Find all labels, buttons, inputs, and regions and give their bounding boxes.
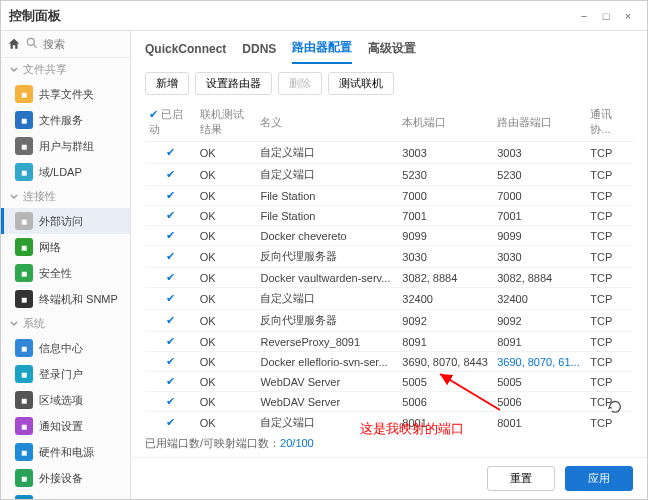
sidebar-item-icon: ■ [15,212,33,230]
tabs: QuickConnectDDNS路由器配置高级设置 [131,31,647,64]
sidebar-item-label: 硬件和电源 [39,445,94,460]
sidebar-item-label: 区域选项 [39,393,83,408]
home-icon[interactable] [7,35,21,53]
cell-name: 自定义端口 [256,164,398,186]
cell-localport: 8091 [398,332,493,352]
cell-name: 自定义端口 [256,142,398,164]
sidebar-item-label: 外接设备 [39,471,83,486]
sidebar-item[interactable]: ■区域选项 [1,387,130,413]
sidebar-item[interactable]: ■通知设置 [1,413,130,439]
sidebar-item[interactable]: ■共享文件夹 [1,81,130,107]
sidebar-item-icon: ■ [15,290,33,308]
cell-name: WebDAV Server [256,372,398,392]
col-routerport[interactable]: 路由器端口 [493,103,586,142]
search-row [1,31,130,58]
window-title: 控制面板 [9,7,61,25]
sidebar-group[interactable]: 文件共享 [1,58,130,81]
search-icon [25,36,39,52]
sidebar-item-icon: ■ [15,137,33,155]
sidebar-item[interactable]: ■外部访问 [1,208,130,234]
sidebar-item-icon: ■ [15,264,33,282]
table-row[interactable]: ✔OKDocker vaultwarden-serv...3082, 88843… [145,268,633,288]
close-icon[interactable]: × [617,5,639,27]
table-row[interactable]: ✔OK自定义端口3240032400TCP [145,288,633,310]
cell-protocol: TCP [586,288,633,310]
cell-protocol: TCP [586,226,633,246]
col-enabled[interactable]: ✔ 已启动 [145,103,196,142]
table-row[interactable]: ✔OKFile Station70007000TCP [145,186,633,206]
svg-point-0 [27,38,34,45]
sidebar-item-label: 通知设置 [39,419,83,434]
tab[interactable]: QuickConnect [145,42,226,62]
sidebar-item-icon: ■ [15,111,33,129]
delete-button: 删除 [278,72,322,95]
cell-protocol: TCP [586,310,633,332]
svg-line-1 [34,45,37,48]
new-button[interactable]: 新增 [145,72,189,95]
sidebar-item[interactable]: ■安全性 [1,260,130,286]
cell-status: OK [196,310,257,332]
check-icon: ✔ [166,416,175,428]
sidebar-item[interactable]: ■外接设备 [1,465,130,491]
sidebar-item[interactable]: ■硬件和电源 [1,439,130,465]
cell-name: File Station [256,206,398,226]
cell-name: 反向代理服务器 [256,310,398,332]
col-status[interactable]: 联机测试结果 [196,103,257,142]
sidebar-item[interactable]: ■信息中心 [1,335,130,361]
table-row[interactable]: ✔OK自定义端口30033003TCP [145,142,633,164]
table-row[interactable]: ✔OKWebDAV Server50055005TCP [145,372,633,392]
sidebar-item[interactable]: ■更新和还原 [1,491,130,499]
sidebar-item-label: 网络 [39,240,61,255]
cell-routerport: 9092 [493,310,586,332]
tab[interactable]: 路由器配置 [292,39,352,64]
tab[interactable]: DDNS [242,42,276,62]
rules-table-wrap[interactable]: ✔ 已启动 联机测试结果 名义 本机端口 路由器端口 通讯协... ✔OK自定义… [131,103,647,430]
cell-localport: 3082, 8884 [398,268,493,288]
apply-button[interactable]: 应用 [565,466,633,491]
sidebar-item-icon: ■ [15,417,33,435]
cell-routerport: 9099 [493,226,586,246]
table-row[interactable]: ✔OK自定义端口52305230TCP [145,164,633,186]
tab[interactable]: 高级设置 [368,40,416,63]
sidebar-item[interactable]: ■域/LDAP [1,159,130,185]
sidebar-item[interactable]: ■终端机和 SNMP [1,286,130,312]
cell-status: OK [196,352,257,372]
sidebar-group[interactable]: 连接性 [1,185,130,208]
table-row[interactable]: ✔OKDocker chevereto90999099TCP [145,226,633,246]
reset-button[interactable]: 重置 [487,466,555,491]
cell-localport: 32400 [398,288,493,310]
sidebar-item-icon: ■ [15,85,33,103]
col-name[interactable]: 名义 [256,103,398,142]
sidebar-group[interactable]: 系统 [1,312,130,335]
check-icon: ✔ [166,355,175,367]
sidebar-item[interactable]: ■登录门户 [1,361,130,387]
maximize-icon[interactable]: □ [595,5,617,27]
cell-localport: 5230 [398,164,493,186]
sidebar-item-icon: ■ [15,163,33,181]
sidebar-item[interactable]: ■网络 [1,234,130,260]
cell-name: Docker elleflorio-svn-ser... [256,352,398,372]
table-row[interactable]: ✔OKReverseProxy_809180918091TCP [145,332,633,352]
cell-routerport: 7001 [493,206,586,226]
check-icon: ✔ [166,335,175,347]
cell-localport: 7001 [398,206,493,226]
test-connect-button[interactable]: 测试联机 [328,72,394,95]
table-row[interactable]: ✔OKDocker elleflorio-svn-ser...3690, 807… [145,352,633,372]
col-protocol[interactable]: 通讯协... [586,103,633,142]
minimize-icon[interactable]: − [573,5,595,27]
cell-localport: 9099 [398,226,493,246]
col-localport[interactable]: 本机端口 [398,103,493,142]
sidebar-item-icon: ■ [15,365,33,383]
check-icon: ✔ [166,271,175,283]
cell-routerport: 3003 [493,142,586,164]
sidebar-item-label: 信息中心 [39,341,83,356]
cell-protocol: TCP [586,268,633,288]
refresh-icon[interactable] [607,399,623,415]
sidebar-item[interactable]: ■文件服务 [1,107,130,133]
sidebar-item-label: 更新和还原 [39,497,94,500]
setup-router-button[interactable]: 设置路由器 [195,72,272,95]
table-row[interactable]: ✔OK反向代理服务器90929092TCP [145,310,633,332]
table-row[interactable]: ✔OK反向代理服务器30303030TCP [145,246,633,268]
sidebar-item[interactable]: ■用户与群组 [1,133,130,159]
table-row[interactable]: ✔OKFile Station70017001TCP [145,206,633,226]
